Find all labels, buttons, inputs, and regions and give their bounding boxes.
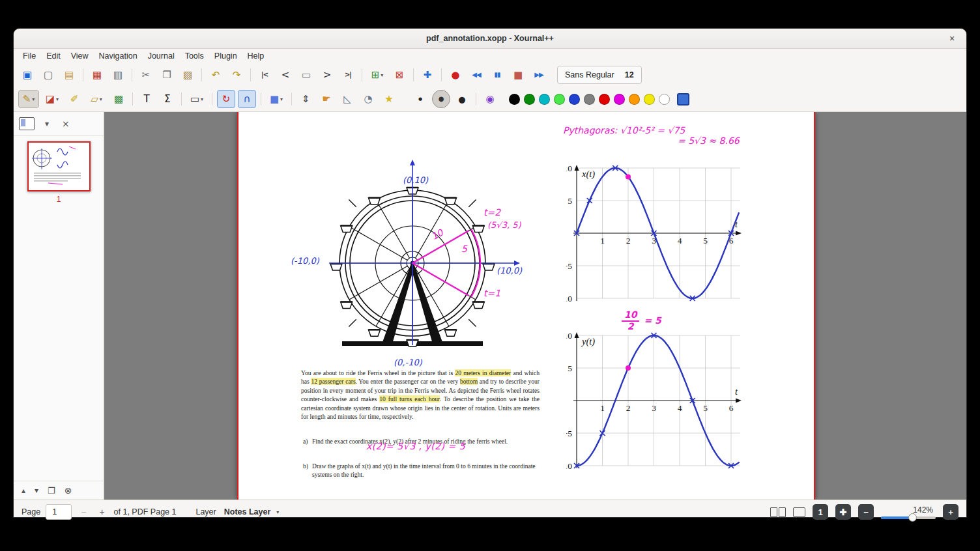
redo-button[interactable]: ↷ [227,66,246,84]
thickness-fine-button[interactable]: ● [411,90,429,108]
rewind-button[interactable]: ◀◀ [467,66,485,84]
fullscreen-button[interactable]: ✚ [418,66,437,84]
record-audio-button[interactable]: ● [446,66,465,84]
new-document-button[interactable]: ▢ [39,66,57,84]
color-swatch-red[interactable] [599,94,610,105]
eraser-tool-dropdown-icon[interactable]: ▾ [56,96,59,102]
page-thumbnail[interactable] [27,141,91,191]
document-canvas[interactable]: (0,10) (-10,0) (10,0) (0,-10) t=2 (5√3, … [104,112,966,500]
stroke-style-dropdown-icon[interactable]: ▾ [100,96,102,102]
new-page-after-button[interactable]: ⊞▾ [367,66,388,84]
page-decrement-button[interactable]: − [77,507,90,517]
thickness-thick-button[interactable]: ● [453,90,471,108]
color-swatch-light-green[interactable] [554,94,565,105]
vertical-space-tool-button[interactable]: ⇕ [296,90,315,108]
sidebar-dropdown-button[interactable]: ▾ [42,118,51,130]
next-page-button[interactable]: > [318,66,336,84]
ink-spiral-button[interactable]: ◉ [481,90,499,108]
setsquare-tool-button[interactable]: ◺ [338,90,356,108]
axis-label-left: (-10,0) [291,256,319,266]
text-tool-button[interactable]: T [137,90,156,108]
menu-tools[interactable]: Tools [180,50,209,62]
paste-button[interactable]: ▧ [179,66,197,84]
color-swatch-white[interactable] [659,94,670,105]
previous-page-button[interactable]: < [276,66,295,84]
pdf-page[interactable]: (0,10) (-10,0) (10,0) (0,-10) t=2 (5√3, … [237,112,815,500]
thickness-medium-button[interactable]: ● [432,90,450,108]
export-pdf-button[interactable]: ▦ [88,66,106,84]
menu-navigation[interactable]: Navigation [94,50,143,62]
presentation-icon[interactable] [793,507,805,517]
stop-playback-button[interactable]: ■ [509,66,527,84]
menu-plugin[interactable]: Plugin [209,50,242,62]
layer-dropdown[interactable]: Notes Layer ▾ [224,507,280,516]
save-button[interactable]: ▣ [18,66,36,84]
pause-button[interactable]: ▮▮ [488,66,506,84]
print-button[interactable]: ▥ [109,66,127,84]
shape-tool-dropdown-icon[interactable]: ▾ [201,96,203,102]
eraser-tool-button[interactable]: ◪▾ [42,90,63,108]
tex-tool-button[interactable]: Σ [158,90,177,108]
color-swatch-blue[interactable] [569,94,580,105]
menu-file[interactable]: File [18,50,41,62]
color-swatch-orange[interactable] [629,94,640,105]
menu-edit[interactable]: Edit [41,50,66,62]
delete-page-button[interactable]: ⊠ [390,66,409,84]
dual-page-icon[interactable] [770,507,786,517]
undo-button[interactable]: ↶ [207,66,225,84]
toolbar-separator [132,68,132,81]
color-swatch-yellow[interactable] [644,94,655,105]
goto-page-icon: ▭ [302,70,311,80]
menu-journal[interactable]: Journal [143,50,180,62]
color-swatch-cyan[interactable] [539,94,550,105]
color-swatch-black[interactable] [509,94,520,105]
window-close-button[interactable]: × [946,33,958,44]
toolbar-main-items: ▣▢▤▦▥✂❐▧↶↷|<<▭>>|⊞▾⊠✚●◀◀▮▮■▶▶ [17,66,549,84]
first-page-button[interactable]: |< [255,66,274,84]
menu-view[interactable]: View [66,50,94,62]
save-icon: ▣ [23,70,32,80]
star-tool-button[interactable]: ★ [380,90,398,108]
compass-tool-button[interactable]: ◔ [359,90,377,108]
grid-snapping-button[interactable]: ∩ [238,90,256,108]
page-preview-icon[interactable] [19,117,35,130]
open-button[interactable]: ▤ [60,66,78,84]
new-page-after-dropdown-icon[interactable]: ▾ [381,72,383,78]
selection-color-button[interactable]: ■▾ [266,90,287,108]
zoom-out-button[interactable]: − [858,504,874,520]
zoom-slider-knob[interactable] [908,513,917,522]
page-number-input[interactable]: 1 [46,504,72,520]
color-swatch-magenta[interactable] [614,94,625,105]
hand-tool-button[interactable]: ☛ [317,90,336,108]
cut-button[interactable]: ✂ [137,66,155,84]
eraser-tool-icon: ◪ [46,94,55,104]
page-up-button[interactable]: ▴ [19,485,28,496]
forward-button[interactable]: ▶▶ [530,66,548,84]
last-page-button[interactable]: >| [339,66,357,84]
zoom-slider[interactable] [881,516,936,519]
pen-tool-dropdown-icon[interactable]: ▾ [32,96,35,102]
stroke-style-button[interactable]: ▱▾ [86,90,107,108]
sidebar-close-button[interactable]: × [59,117,72,130]
pen-tool-button[interactable]: ✎▾ [18,90,39,108]
color-chooser-button[interactable] [677,93,689,106]
next-page-icon: > [323,70,332,80]
rotation-snapping-button[interactable]: ↻ [217,90,235,108]
font-button[interactable]: Sans Regular 12 [557,66,642,84]
duplicate-page-button[interactable]: ❐ [45,485,58,497]
page-down-button[interactable]: ▾ [32,485,41,496]
highlighter-tool-button[interactable]: ✐ [65,90,83,108]
delete-page-sidebar-button[interactable]: ⊗ [62,484,75,497]
color-swatch-green[interactable] [524,94,535,105]
zoom-fit-button[interactable]: ✚ [835,504,851,520]
menu-help[interactable]: Help [242,50,270,62]
selection-color-dropdown-icon[interactable]: ▾ [280,96,283,102]
goto-page-button[interactable]: ▭ [297,66,315,84]
zoom-in-button[interactable]: + [943,504,958,520]
shape-tool-button[interactable]: ▭▾ [186,90,207,108]
zoom-100-button[interactable]: 1 [813,504,828,520]
image-tool-button[interactable]: ▩ [109,90,128,108]
copy-button[interactable]: ❐ [158,66,176,84]
page-increment-button[interactable]: + [95,507,108,517]
color-swatch-gray[interactable] [584,94,595,105]
